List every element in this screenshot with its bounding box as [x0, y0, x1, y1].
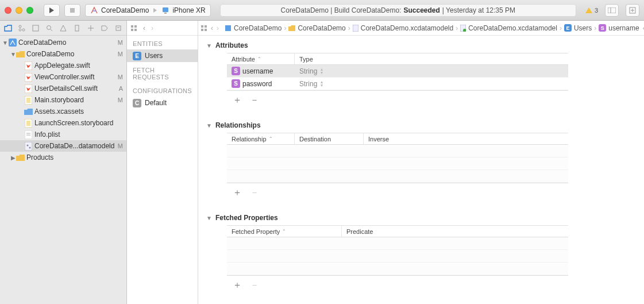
relationships-section: ▼ Relationships Relationship⌃ Destinatio…: [206, 121, 644, 202]
editor-body: ▼ Attributes Attribute⌃ Type Susername S…: [198, 36, 644, 304]
relationships-table: Relationship⌃ Destination Inverse: [227, 133, 568, 183]
attribute-row[interactable]: Susername String▴▾: [227, 65, 568, 78]
disclosure-down-icon: ▼: [206, 43, 212, 49]
close-window[interactable]: [5, 7, 11, 14]
svg-rect-39: [205, 25, 207, 28]
destination-name: iPhone XR: [172, 6, 205, 14]
jump-back-icon[interactable]: ‹: [209, 24, 215, 32]
svg-rect-38: [201, 25, 203, 28]
jump-bar[interactable]: ‹ › CoreDataDemo › CoreDataDemo › CoreDa…: [198, 21, 644, 36]
report-tab[interactable]: [111, 21, 125, 35]
project-navigator-tab[interactable]: [1, 21, 15, 35]
tree-item[interactable]: ▶ Products: [0, 152, 126, 163]
jump-related-icon[interactable]: [200, 25, 207, 32]
svg-rect-1: [70, 8, 75, 13]
add-fetched-button[interactable]: ＋: [233, 279, 242, 291]
attribute-row[interactable]: Spassword String▴▾: [227, 78, 568, 90]
col-inverse[interactable]: Inverse: [364, 133, 568, 144]
table-row[interactable]: [227, 157, 568, 170]
disclosure-icon: ▼: [2, 40, 8, 46]
file-name: Assets.xcassets: [34, 107, 84, 116]
symbol-tab[interactable]: [29, 21, 43, 35]
svg-rect-12: [33, 25, 38, 31]
svg-point-11: [19, 29, 21, 31]
entity-icon: E: [133, 52, 141, 60]
tree-item[interactable]: AppDelegate.swift: [0, 60, 126, 71]
remove-relationship-button[interactable]: －: [250, 187, 259, 199]
add-relationship-button[interactable]: ＋: [233, 187, 242, 199]
add-attribute-button[interactable]: ＋: [233, 94, 242, 106]
fetched-table: Fetched Property⌃ Predicate: [227, 225, 568, 276]
zoom-window[interactable]: [26, 7, 33, 14]
configuration-default[interactable]: C Default: [127, 97, 198, 109]
status-time: | Yesterday at 12:35 PM: [442, 6, 515, 14]
file-icon: [8, 39, 17, 47]
table-row[interactable]: [227, 237, 568, 250]
col-relationship[interactable]: Relationship⌃: [227, 133, 295, 144]
tree-item[interactable]: CoreDataDe...datamodeld M: [0, 140, 126, 152]
go-back-icon[interactable]: ‹: [143, 24, 145, 32]
attributes-table: Attribute⌃ Type Susername String▴▾Spassw…: [227, 53, 568, 91]
source-control-tab[interactable]: [15, 21, 29, 35]
go-forward-icon[interactable]: ›: [151, 24, 153, 32]
type-selector[interactable]: String▴▾: [295, 67, 364, 75]
scheme-selector[interactable]: CoreDataDemo iPhone XR: [85, 4, 211, 17]
minimize-window[interactable]: [16, 7, 22, 14]
col-destination[interactable]: Destination: [295, 133, 364, 144]
tree-item[interactable]: LaunchScreen.storyboard: [0, 117, 126, 129]
tree-item[interactable]: ▼ CoreDataDemo M: [0, 48, 126, 60]
tree-item[interactable]: UserDetailsCell.swift A: [0, 83, 126, 94]
fetched-header[interactable]: ▼ Fetched Properties: [206, 214, 644, 222]
svg-point-13: [47, 25, 51, 29]
entity-users[interactable]: E Users: [127, 49, 198, 62]
svg-point-33: [29, 147, 31, 148]
editor: ‹ › CoreDataDemo › CoreDataDemo › CoreDa…: [198, 21, 644, 304]
main-area: ▼ CoreDataDemo M▼ CoreDataDemo M AppDele…: [0, 21, 644, 304]
tree-item[interactable]: ViewController.swift M: [0, 71, 126, 83]
jb-project: CoreDataDemo: [223, 24, 283, 32]
col-type[interactable]: Type: [295, 53, 568, 64]
col-predicate[interactable]: Predicate: [342, 226, 568, 237]
svg-rect-3: [164, 13, 167, 14]
stop-button[interactable]: [64, 4, 80, 17]
related-items-icon[interactable]: [130, 25, 137, 32]
warning-icon: [585, 7, 592, 13]
svg-rect-27: [26, 121, 30, 126]
table-row[interactable]: [227, 263, 568, 275]
run-button[interactable]: [44, 4, 60, 17]
col-fetched-property[interactable]: Fetched Property⌃: [227, 226, 342, 237]
scm-badge: M: [118, 97, 123, 103]
find-tab[interactable]: [43, 21, 56, 35]
tree-item[interactable]: Info.plist: [0, 129, 126, 140]
attributes-header[interactable]: ▼ Attributes: [206, 41, 644, 49]
navigator-tabs: [0, 21, 126, 36]
col-attribute[interactable]: Attribute⌃: [227, 53, 295, 64]
breakpoint-tab[interactable]: [98, 21, 111, 35]
warning-count[interactable]: 3: [585, 7, 598, 14]
debug-tab[interactable]: [84, 21, 98, 35]
test-tab[interactable]: [70, 21, 84, 35]
table-row[interactable]: [227, 170, 568, 183]
scm-badge: M: [118, 143, 123, 149]
remove-attribute-button[interactable]: －: [250, 94, 259, 106]
file-icon: [24, 96, 33, 105]
attributes-section: ▼ Attributes Attribute⌃ Type Susername S…: [206, 41, 644, 110]
disclosure-down-icon: ▼: [206, 215, 212, 221]
remove-fetched-button[interactable]: －: [250, 279, 259, 291]
relationships-header[interactable]: ▼ Relationships: [206, 121, 644, 129]
library-button[interactable]: [626, 4, 639, 17]
tree-item[interactable]: Assets.xcassets: [0, 106, 126, 117]
svg-rect-37: [134, 29, 137, 31]
config-label: Default: [145, 99, 167, 107]
table-row[interactable]: [227, 250, 568, 263]
type-selector[interactable]: String▴▾: [295, 80, 364, 88]
disclosure-down-icon: ▼: [206, 122, 212, 129]
activity-status[interactable]: CoreDataDemo | Build CoreDataDemo: Succe…: [220, 4, 576, 17]
svg-rect-25: [26, 98, 30, 103]
jump-forward-icon[interactable]: ›: [217, 24, 222, 32]
editor-layout-button[interactable]: [605, 4, 619, 17]
tree-item[interactable]: ▼ CoreDataDemo M: [0, 37, 126, 48]
table-row[interactable]: [227, 145, 568, 157]
tree-item[interactable]: Main.storyboard M: [0, 94, 126, 106]
issue-tab[interactable]: [56, 21, 70, 35]
